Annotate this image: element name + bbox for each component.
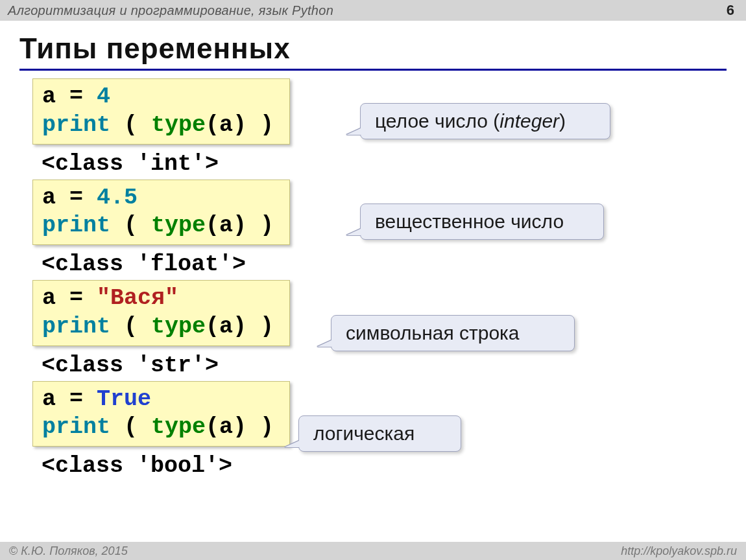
code-box: a = Trueprint ( type(a) ) <box>32 381 290 447</box>
callout-text: логическая <box>313 423 415 444</box>
code-token: 4 <box>97 84 110 110</box>
code-token: type <box>151 314 206 340</box>
code-token: 4.5 <box>97 185 138 211</box>
print-line: print ( type(a) ) <box>42 111 274 140</box>
result-row: <class 'float'>вещественное число <box>32 251 746 277</box>
result-row: <class 'int'>целое число (integer) <box>32 151 746 177</box>
code-token: a <box>42 386 56 412</box>
bottom-bar: К.Ю. Поляков, 2015 http://kpolyakov.spb.… <box>0 542 746 560</box>
callout-pointer-icon <box>317 340 331 347</box>
assign-line: a = "Вася" <box>42 285 274 313</box>
callout-italic: integer <box>499 110 559 132</box>
code-box: a = 4print ( type(a) ) <box>32 78 290 145</box>
page-number: 6 <box>727 2 734 19</box>
result-text: <class 'str'> <box>42 353 219 379</box>
code-token: = <box>56 285 97 311</box>
code-token: = <box>56 185 97 211</box>
callout: вещественное число <box>360 204 604 240</box>
code-token: "Вася" <box>97 285 178 311</box>
code-token: print <box>42 414 110 440</box>
print-line: print ( type(a) ) <box>42 414 274 442</box>
assign-line: a = 4.5 <box>42 184 274 213</box>
code-token: ) <box>247 314 274 340</box>
page-title: Типы переменных <box>19 32 730 65</box>
code-token: a <box>42 185 56 211</box>
code-token: ) <box>247 414 274 440</box>
callout-pointer-icon <box>285 441 299 447</box>
callout: целое число (integer) <box>360 103 610 139</box>
header-subject: Алгоритмизация и программирование, язык … <box>8 3 333 18</box>
result-text: <class 'bool'> <box>42 453 232 479</box>
code-token: (a) <box>206 112 247 138</box>
callout: символьная строка <box>331 315 575 351</box>
code-token: a <box>42 84 56 110</box>
code-token: ) <box>247 112 274 138</box>
assign-line: a = True <box>42 386 274 414</box>
code-token: = <box>56 84 97 110</box>
callout-pointer-icon <box>346 128 361 135</box>
result-text: <class 'int'> <box>42 151 219 177</box>
callout-pointer-icon <box>346 229 361 235</box>
title-underline <box>19 69 727 71</box>
callout-text: вещественное число <box>375 211 564 232</box>
content-area: a = 4print ( type(a) )<class 'int'>целое… <box>32 78 746 479</box>
result-row: <class 'bool'>логическая <box>32 453 746 479</box>
code-token: print <box>42 213 110 239</box>
code-token: type <box>151 112 206 138</box>
assign-line: a = 4 <box>42 83 274 111</box>
code-box: a = 4.5print ( type(a) ) <box>32 180 290 246</box>
code-group: a = 4print ( type(a) )<class 'int'>целое… <box>32 78 746 177</box>
code-token: a <box>42 285 56 311</box>
footer-url: http://kpolyakov.spb.ru <box>621 544 737 558</box>
code-token: print <box>42 112 110 138</box>
code-token: print <box>42 314 110 340</box>
code-group: a = 4.5print ( type(a) )<class 'float'>в… <box>32 180 746 278</box>
code-token: ) <box>247 213 274 239</box>
code-token: type <box>151 213 206 239</box>
code-token: ( <box>110 213 151 239</box>
title-row: Типы переменных <box>19 32 730 71</box>
code-group: a = Trueprint ( type(a) )<class 'bool'>л… <box>32 381 746 480</box>
callout-text: символьная строка <box>346 322 520 344</box>
code-token: (a) <box>206 213 247 239</box>
code-token: type <box>151 414 206 440</box>
code-token: ( <box>110 414 151 440</box>
code-token: ( <box>110 112 151 138</box>
code-token: (a) <box>206 414 247 440</box>
callout: логическая <box>298 415 461 452</box>
callout-text-tail: ) <box>559 110 566 132</box>
top-bar: Алгоритмизация и программирование, язык … <box>0 0 746 21</box>
result-row: <class 'str'>символьная строка <box>32 353 746 379</box>
code-group: a = "Вася"print ( type(a) )<class 'str'>… <box>32 280 746 379</box>
footer-copyright: К.Ю. Поляков, 2015 <box>9 544 128 558</box>
code-token: (a) <box>206 314 247 340</box>
code-token: = <box>56 386 97 412</box>
print-line: print ( type(a) ) <box>42 313 274 342</box>
callout-text: целое число ( <box>375 110 499 132</box>
code-box: a = "Вася"print ( type(a) ) <box>32 280 290 346</box>
code-token: True <box>97 386 151 412</box>
print-line: print ( type(a) ) <box>42 212 274 240</box>
code-token: ( <box>110 314 151 340</box>
result-text: <class 'float'> <box>42 251 246 277</box>
